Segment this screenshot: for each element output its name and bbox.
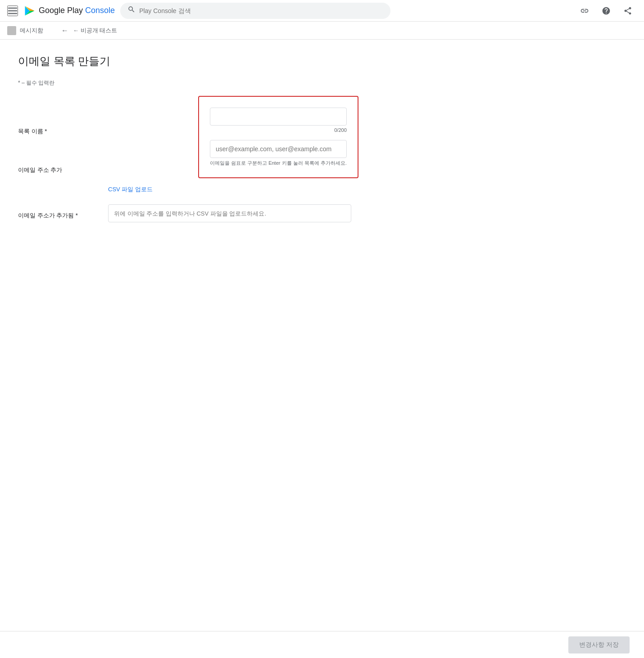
form-section-wrapper: 목록 이름 * 이메일 주소 추가 0/200 이메일을 쉼표로 구분하고 En… <box>18 96 626 178</box>
list-name-field-group: 0/200 <box>210 108 347 133</box>
csv-section: CSV 파일 업로드 <box>108 185 626 194</box>
email-added-section: 이메일 주소가 추가됨 * <box>18 204 626 222</box>
form-labels-column: 목록 이름 * 이메일 주소 추가 <box>18 96 108 174</box>
email-add-label: 이메일 주소 추가 <box>18 135 108 174</box>
search-bar <box>120 3 390 19</box>
play-logo-icon <box>23 5 36 17</box>
email-added-input[interactable] <box>108 204 351 222</box>
link-icon-button[interactable] <box>576 2 594 20</box>
menu-button[interactable] <box>7 5 18 16</box>
list-name-input[interactable] <box>210 108 347 126</box>
list-name-label: 목록 이름 * <box>18 96 108 135</box>
nav-item-icon <box>7 26 16 35</box>
required-note: * – 필수 입력란 <box>18 79 626 87</box>
help-icon-button[interactable] <box>597 2 615 20</box>
secondary-navigation: 메시지함 ← ← 비공개 태스트 <box>0 22 644 40</box>
search-icon <box>127 5 136 16</box>
brand-text: Google Play Console <box>39 6 115 15</box>
email-add-input[interactable] <box>210 140 347 158</box>
search-input[interactable] <box>139 7 383 14</box>
back-nav-label: ← 비공개 태스트 <box>73 27 117 35</box>
highlighted-form-section: 0/200 이메일을 쉼표로 구분하고 Enter 키를 눌러 목록에 추가하세… <box>198 96 358 178</box>
top-navigation: Google Play Console <box>0 0 644 22</box>
email-add-hint: 이메일을 쉼표로 구분하고 Enter 키를 눌러 목록에 추가하세요. <box>210 160 347 167</box>
account-icon-button[interactable] <box>619 2 637 20</box>
brand-logo: Google Play Console <box>23 5 115 17</box>
secondary-nav-item: 메시지함 <box>7 26 43 35</box>
back-navigation[interactable]: ← ← 비공개 태스트 <box>61 27 117 35</box>
char-count: 0/200 <box>210 127 347 133</box>
email-add-field-group: 이메일을 쉼표로 구분하고 Enter 키를 눌러 목록에 추가하세요. <box>210 140 347 167</box>
nav-actions <box>576 2 637 20</box>
save-button[interactable]: 변경사항 저장 <box>568 636 630 653</box>
back-arrow-icon: ← <box>61 27 68 35</box>
secondary-nav-label: 메시지함 <box>20 27 43 35</box>
csv-upload-link[interactable]: CSV 파일 업로드 <box>108 186 153 193</box>
main-content: 이메일 목록 만들기 * – 필수 입력란 목록 이름 * 이메일 주소 추가 … <box>0 40 644 631</box>
bottom-action-bar: 변경사항 저장 <box>0 631 644 658</box>
email-added-label: 이메일 주소가 추가됨 * <box>18 207 108 220</box>
page-title: 이메일 목록 만들기 <box>18 54 626 68</box>
